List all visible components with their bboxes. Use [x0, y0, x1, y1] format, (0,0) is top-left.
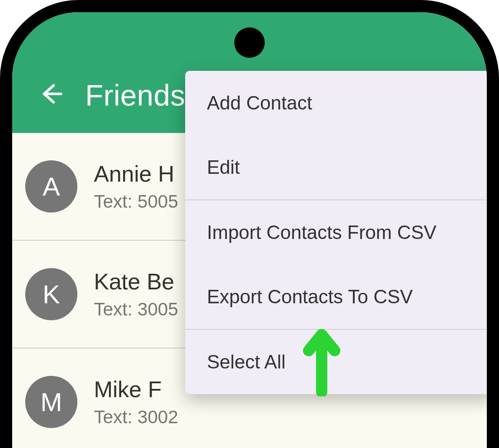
avatar: M: [25, 376, 77, 428]
contact-subtext: Text: 3005: [94, 299, 178, 320]
contact-name: Kate Be: [94, 269, 178, 295]
phone-screen: Friends A Annie H Text: 5005 K Kate Be T…: [12, 12, 487, 448]
menu-item-import-csv[interactable]: Import Contacts From CSV: [185, 200, 487, 265]
menu-item-label: Edit: [207, 156, 240, 178]
menu-item-select-all[interactable]: Select All: [185, 330, 487, 394]
contact-texts: Annie H Text: 5005: [94, 161, 178, 212]
menu-item-export-csv[interactable]: Export Contacts To CSV: [185, 265, 487, 329]
avatar-initial: M: [40, 387, 62, 417]
contact-texts: Kate Be Text: 3005: [94, 269, 178, 320]
menu-item-add-contact[interactable]: Add Contact: [185, 71, 487, 135]
contact-name: Mike F: [94, 376, 178, 402]
arrow-left-icon: [38, 81, 63, 108]
contact-name: Annie H: [94, 161, 178, 187]
menu-item-edit[interactable]: Edit: [185, 135, 487, 199]
contact-texts: Mike F Text: 3002: [94, 376, 178, 428]
menu-item-label: Add Contact: [207, 92, 312, 114]
camera-hole-icon: [234, 27, 265, 58]
overflow-menu: Add Contact Edit Import Contacts From CS…: [185, 71, 487, 394]
menu-item-label: Select All: [207, 351, 286, 373]
page-title: Friends: [85, 78, 185, 112]
avatar-initial: K: [43, 279, 60, 309]
avatar: A: [25, 160, 77, 212]
menu-item-label: Import Contacts From CSV: [207, 222, 436, 243]
avatar: K: [25, 268, 77, 320]
menu-item-label: Export Contacts To CSV: [207, 286, 413, 308]
avatar-initial: A: [43, 172, 60, 202]
back-button[interactable]: [33, 77, 68, 112]
contact-subtext: Text: 3002: [94, 407, 178, 428]
contact-subtext: Text: 5005: [94, 191, 178, 212]
